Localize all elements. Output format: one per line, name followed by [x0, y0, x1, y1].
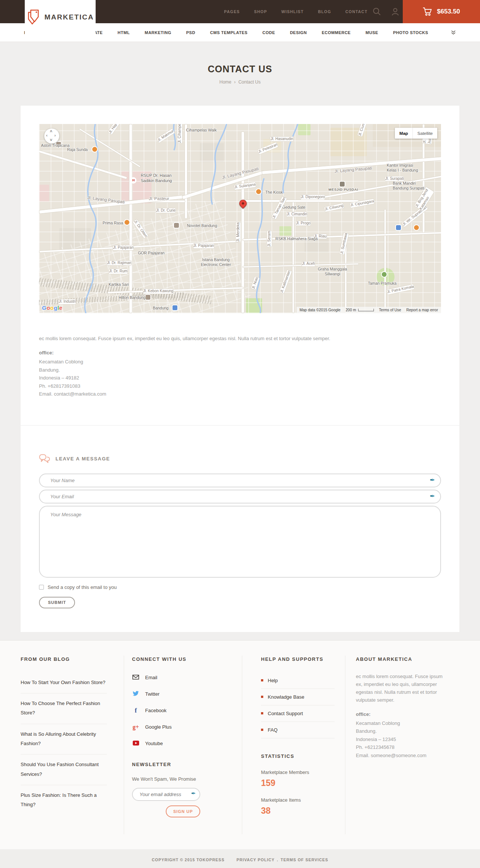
chevron-double-down-icon[interactable]: [451, 30, 456, 35]
nav-muse[interactable]: MUSE: [366, 30, 378, 35]
help-link[interactable]: Knowladge Base: [261, 689, 334, 705]
email-input[interactable]: [39, 490, 441, 503]
googleplus-icon: g+: [132, 724, 140, 731]
top-nav-pages[interactable]: PAGES: [224, 9, 240, 14]
help-link[interactable]: FAQ: [261, 722, 334, 738]
blog-post-link[interactable]: How To Choose The Perfect Fashion Store?: [21, 693, 107, 724]
message-textarea[interactable]: [39, 506, 441, 578]
nav-psd[interactable]: PSD: [186, 30, 195, 35]
nav-html[interactable]: HTML: [118, 30, 130, 35]
pan-up-icon[interactable]: ˄: [50, 129, 52, 133]
office-label: office:: [356, 711, 458, 717]
address-line: Kecamatan Coblong: [356, 719, 458, 728]
bullet-icon: [261, 729, 263, 731]
address-phone: Ph. +62817391083: [39, 382, 441, 390]
pan-left-icon[interactable]: ‹: [46, 133, 48, 137]
copyright-text: COPYRIGHT © 2015 TOKOPRESS: [152, 858, 225, 862]
footer-about-heading: ABOUT MARKETICA: [356, 656, 458, 662]
map-scale: 200 m: [346, 308, 374, 312]
submit-button[interactable]: SUBMIT: [39, 597, 75, 608]
map-label: Taman Pramuka: [368, 281, 396, 286]
nav-ecommerce[interactable]: ECOMMERCE: [322, 30, 351, 35]
user-icon[interactable]: [392, 7, 399, 16]
cart-button[interactable]: $653.50: [403, 0, 480, 23]
nav-design[interactable]: DESIGN: [290, 30, 307, 35]
map-poi-museum-icon: [396, 225, 401, 230]
map-poi-hotel-icon: [174, 223, 179, 228]
newsletter-email-input[interactable]: [132, 788, 200, 801]
map-label: Novotel Bandung: [187, 223, 217, 228]
footer: FROM OUR BLOG How To Start Your Own Fash…: [0, 640, 480, 849]
breadcrumb-home[interactable]: Home: [219, 79, 231, 85]
privacy-policy-link[interactable]: PRIVACY POLICY: [237, 858, 275, 862]
top-nav-wishlist[interactable]: WISHLIST: [281, 9, 304, 14]
send-copy-label[interactable]: Send a copy of this email to you: [48, 584, 117, 590]
map-label: Jl. Dr. Rum: [108, 269, 128, 274]
brand-logo[interactable]: MARKETICA: [25, 0, 96, 34]
social-link-googleplus[interactable]: g+ Google Plus: [132, 722, 226, 732]
social-link-twitter[interactable]: Twitter: [132, 689, 226, 699]
map-attribution: Map data ©2015 Google 200 m Terms of Use…: [297, 307, 441, 313]
map-label: Kartika Sari: [108, 282, 129, 287]
nav-cms-templates[interactable]: CMS TEMPLATES: [210, 30, 248, 35]
blog-post-link[interactable]: Should You Use Fashion Consultant Servic…: [21, 754, 107, 785]
map-label: Istana Bandung Electronic Center: [201, 257, 231, 267]
social-link-youtube[interactable]: Youtube: [132, 738, 226, 749]
top-nav-contact[interactable]: CONTACT: [345, 9, 368, 14]
footer-help-column: HELP AND SUPPORTS Help Knowladge Base Co…: [242, 656, 345, 834]
map-label: Bank Mandiri Bandung Surapati: [393, 181, 424, 191]
map-label: Jl. Merdeka: [235, 222, 241, 242]
signup-button[interactable]: SIGN UP: [166, 805, 200, 817]
stat-label: Marketplace Items: [261, 797, 334, 803]
page-title: CONTACT US: [0, 64, 480, 75]
nav-photo-stocks[interactable]: PHOTO STOCKS: [393, 30, 428, 35]
footer-blog-heading: FROM OUR BLOG: [21, 656, 124, 662]
top-nav-shop[interactable]: SHOP: [254, 9, 267, 14]
social-link-facebook[interactable]: f Facebook: [132, 705, 226, 716]
map-report-error-link[interactable]: Report a map error: [406, 308, 438, 312]
name-input[interactable]: [39, 474, 441, 487]
nav-marketing[interactable]: MARKETING: [145, 30, 171, 35]
address-line: Bandung.: [39, 366, 441, 374]
map-type-satellite-button[interactable]: Satellite: [412, 128, 437, 139]
map-label: Gedung Sate: [282, 205, 306, 210]
map-pan-control[interactable]: ˄ ˅ ‹ ›: [44, 128, 59, 143]
address-email: Email. someone@someone.com: [356, 751, 458, 760]
nav-code[interactable]: CODE: [262, 30, 275, 35]
map-type-map-button[interactable]: Map: [395, 128, 412, 139]
map-label: Jl. Hasanudin: [270, 136, 294, 142]
map-poi-food-icon: [92, 147, 97, 152]
map-label: Jl. Dr. Curie: [156, 208, 176, 214]
search-icon[interactable]: [373, 7, 381, 16]
google-logo[interactable]: Google: [42, 305, 63, 311]
form-heading: LEAVE A MESSAGE: [56, 456, 110, 462]
cart-total: $653.50: [437, 8, 460, 15]
social-link-email[interactable]: Email: [132, 672, 226, 683]
footer-help-heading: HELP AND SUPPORTS: [261, 656, 334, 662]
help-link[interactable]: Help: [261, 672, 334, 689]
map-label: Bandung: [153, 306, 168, 311]
map-type-switch: Map Satellite: [395, 128, 437, 139]
map-label: Prima Rasa: [102, 221, 123, 226]
send-copy-checkbox[interactable]: [39, 585, 44, 590]
terms-link[interactable]: TERMS OF SERVICES: [280, 858, 328, 862]
blog-post-link[interactable]: Plus Size Fashion: Is There Such a Thing…: [21, 785, 107, 816]
price-tag-icon: [27, 9, 40, 31]
map-label: Jl. Cihampelas: [177, 124, 183, 144]
contact-card: Aston TropicanaRaja SundaJl. Haji YasinJ…: [21, 106, 459, 425]
map-terms-link[interactable]: Terms of Use: [379, 308, 401, 312]
blog-post-link[interactable]: What is So Alluring About Celebrity Fash…: [21, 724, 107, 755]
newsletter-heading: NEWSLETTER: [132, 762, 226, 767]
message-form-card: LEAVE A MESSAGE ✒ ✒ Send a copy of this …: [21, 425, 459, 632]
google-map[interactable]: Aston TropicanaRaja SundaJl. Haji YasinJ…: [39, 124, 441, 313]
pan-down-icon[interactable]: ˅: [50, 137, 52, 142]
stat-value: 159: [261, 778, 334, 788]
map-poi-hotel-icon: [146, 295, 150, 300]
top-nav-blog[interactable]: BLOG: [318, 9, 331, 14]
map-poi-mosque-icon: [340, 182, 345, 187]
help-link[interactable]: Contact Support: [261, 705, 334, 722]
blog-post-link[interactable]: How To Start Your Own Fashion Store?: [21, 672, 107, 693]
office-label: office:: [39, 350, 441, 356]
pan-right-icon[interactable]: ›: [54, 133, 56, 137]
youtube-icon: [132, 740, 140, 747]
